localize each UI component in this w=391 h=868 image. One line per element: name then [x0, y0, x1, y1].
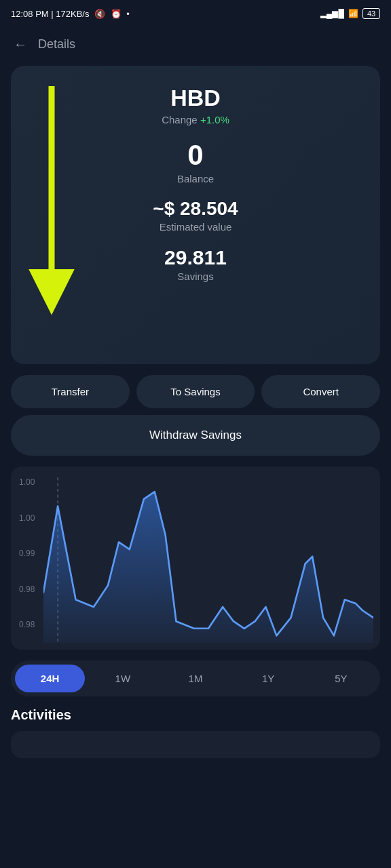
action-buttons-row: Transfer To Savings Convert: [11, 375, 380, 408]
withdraw-savings-button[interactable]: Withdraw Savings: [11, 415, 380, 456]
time-period-tabs: 24H 1W 1M 1Y 5Y: [11, 660, 380, 696]
activities-section: Activities: [0, 707, 391, 769]
tab-5y[interactable]: 5Y: [306, 665, 376, 692]
tab-1w[interactable]: 1W: [88, 665, 157, 692]
change-label: Change: [162, 114, 200, 125]
y-label-4: 0.98: [19, 585, 35, 594]
main-card: HBD Change +1.0% 0 Balance ~$ 28.504 Est…: [11, 66, 380, 364]
status-icons: ▂▄▆█ 📶 43: [320, 8, 380, 19]
y-label-2: 1.00: [19, 513, 35, 523]
dot-indicator: •: [126, 9, 130, 19]
mute-icon: 🔇: [94, 9, 105, 19]
tab-1m[interactable]: 1M: [160, 665, 230, 692]
signal-icon: ▂▄▆█: [320, 9, 344, 18]
transfer-button[interactable]: Transfer: [11, 375, 130, 408]
change-info: Change +1.0%: [162, 114, 229, 125]
card-content: HBD Change +1.0% 0 Balance ~$ 28.504 Est…: [27, 85, 364, 282]
header: ← Details: [0, 27, 391, 66]
to-savings-button[interactable]: To Savings: [136, 375, 255, 408]
convert-button[interactable]: Convert: [261, 375, 380, 408]
savings-amount: 29.811: [164, 246, 227, 269]
balance-amount: 0: [187, 139, 203, 172]
activities-heading: Activities: [11, 707, 380, 723]
time-display: 12:08 PM: [11, 9, 49, 19]
wifi-icon: 📶: [348, 9, 358, 18]
network-speed: | 172KB/s: [51, 9, 89, 19]
y-label-3: 0.99: [19, 549, 35, 558]
battery-indicator: 43: [362, 8, 380, 19]
tab-1y[interactable]: 1Y: [234, 665, 303, 692]
page-title: Details: [38, 37, 75, 52]
coin-name: HBD: [170, 85, 221, 111]
savings-label: Savings: [177, 271, 213, 282]
chart-svg-area: [43, 477, 373, 643]
y-label-5: 0.98: [19, 620, 35, 629]
status-time-network: 12:08 PM | 172KB/s 🔇 ⏰ •: [11, 9, 130, 19]
balance-label: Balance: [177, 173, 214, 184]
estimated-label: Estimated value: [160, 221, 232, 233]
activities-list: [11, 731, 380, 758]
estimated-value: ~$ 28.504: [153, 198, 238, 220]
status-bar: 12:08 PM | 172KB/s 🔇 ⏰ • ▂▄▆█ 📶 43: [0, 0, 391, 27]
price-chart: 1.00 1.00 0.99 0.98 0.98: [11, 467, 380, 650]
change-value: +1.0%: [200, 114, 229, 125]
y-label-1: 1.00: [19, 477, 35, 487]
tab-24h[interactable]: 24H: [15, 665, 85, 692]
chart-y-axis: 1.00 1.00 0.99 0.98 0.98: [19, 477, 35, 629]
alarm-icon: ⏰: [111, 9, 122, 19]
back-button[interactable]: ←: [11, 34, 30, 55]
